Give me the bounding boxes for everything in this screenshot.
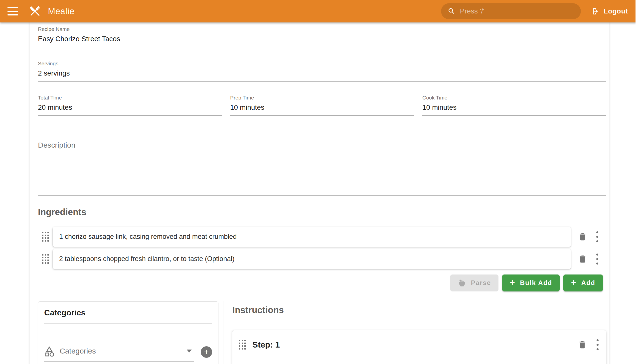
search-input[interactable]: Press '/': [441, 3, 581, 19]
cook-time-label: Cook Time: [422, 94, 606, 101]
plus-icon: +: [510, 278, 515, 287]
ingredient-row: 1 chorizo sausage link, casing removed a…: [38, 227, 606, 247]
mealie-logo-icon[interactable]: [28, 4, 43, 19]
total-time-field[interactable]: Total Time 20 minutes: [38, 94, 222, 116]
prep-time-value[interactable]: 10 minutes: [230, 103, 414, 112]
categories-select[interactable]: Categories: [44, 346, 194, 362]
step-title: Step: 1: [252, 340, 280, 350]
trash-icon: [578, 232, 587, 242]
plus-icon: +: [571, 278, 577, 287]
parse-label: Parse: [471, 279, 491, 287]
scrollbar[interactable]: [635, 0, 639, 364]
recipe-name-value[interactable]: Easy Chorizo Street Tacos: [38, 34, 606, 44]
search-placeholder: Press '/': [460, 7, 485, 15]
times-row: Total Time 20 minutes Prep Time 10 minut…: [38, 94, 606, 116]
instructions-heading: Instructions: [232, 305, 606, 316]
servings-field[interactable]: Servings 2 servings: [38, 60, 606, 82]
categories-divider: [44, 323, 212, 324]
search-icon: [448, 7, 456, 15]
prep-time-field[interactable]: Prep Time 10 minutes: [230, 94, 414, 116]
recipe-name-label: Recipe Name: [38, 26, 606, 32]
ingredient-input[interactable]: 2 tablespoons chopped fresh cilantro, or…: [53, 249, 571, 269]
servings-value[interactable]: 2 servings: [38, 69, 606, 78]
cook-time-underline: [422, 116, 606, 116]
logout-button[interactable]: Logout: [591, 7, 628, 16]
categories-select-label: Categories: [60, 347, 96, 355]
prep-time-label: Prep Time: [230, 94, 414, 101]
delete-ingredient-button[interactable]: [578, 232, 587, 242]
kebab-icon: [596, 231, 598, 242]
step-menu-button[interactable]: [596, 339, 598, 350]
total-time-underline: [38, 116, 222, 116]
ingredient-row: 2 tablespoons chopped fresh cilantro, or…: [38, 249, 606, 269]
bottom-split: Categories Categories +: [38, 302, 606, 364]
parse-button[interactable]: Parse: [450, 274, 499, 292]
categories-select-row: Categories +: [44, 346, 212, 362]
bulk-add-label: Bulk Add: [520, 279, 552, 287]
ingredients-heading: Ingredients: [38, 207, 606, 218]
drag-handle-icon[interactable]: [42, 254, 49, 264]
cook-time-value[interactable]: 10 minutes: [422, 103, 606, 112]
servings-underline: [38, 81, 606, 82]
prep-time-underline: [230, 116, 414, 116]
ingredient-menu-button[interactable]: [596, 254, 598, 264]
apple-icon: [458, 279, 466, 287]
drag-handle-icon[interactable]: [42, 232, 49, 242]
description-field[interactable]: Description: [38, 141, 606, 196]
bulk-add-button[interactable]: + Bulk Add: [502, 274, 560, 292]
ingredient-input[interactable]: 1 chorizo sausage link, casing removed a…: [53, 227, 571, 247]
shapes-icon: [44, 346, 55, 356]
categories-card: Categories Categories +: [38, 302, 219, 364]
app-title: Mealie: [48, 6, 74, 16]
description-label: Description: [38, 141, 606, 149]
ingredient-menu-button[interactable]: [596, 231, 598, 242]
categories-title: Categories: [44, 308, 212, 318]
kebab-icon: [596, 254, 598, 264]
ingredient-actions: Parse + Bulk Add + Add: [38, 274, 606, 292]
step-card: Step: 1 Combine crumbled chorizo and chi…: [232, 330, 606, 364]
kebab-icon: [596, 339, 598, 350]
add-category-button[interactable]: +: [201, 346, 212, 358]
ingredients-list: 1 chorizo sausage link, casing removed a…: [38, 227, 606, 269]
trash-icon: [578, 340, 587, 350]
logout-icon: [591, 7, 600, 16]
instructions-column: Instructions Step: 1: [224, 302, 606, 364]
total-time-label: Total Time: [38, 94, 222, 101]
recipe-name-field[interactable]: Recipe Name Easy Chorizo Street Tacos: [38, 26, 606, 47]
recipe-name-underline: [38, 47, 606, 47]
add-label: Add: [581, 279, 595, 287]
drag-handle-icon[interactable]: [239, 340, 246, 350]
description-underline: [38, 196, 606, 196]
delete-step-button[interactable]: [578, 340, 587, 350]
organizer-column: Categories Categories +: [38, 302, 224, 364]
logout-label: Logout: [604, 8, 628, 15]
cook-time-field[interactable]: Cook Time 10 minutes: [422, 94, 606, 116]
app-bar: Mealie Press '/' Logout: [0, 0, 639, 22]
trash-icon: [578, 254, 587, 264]
servings-label: Servings: [38, 60, 606, 66]
menu-icon[interactable]: [8, 7, 18, 16]
step-header: Step: 1: [239, 339, 598, 350]
recipe-editor-sheet: Recipe Name Easy Chorizo Street Tacos Se…: [30, 22, 609, 364]
description-textarea[interactable]: [38, 149, 606, 192]
total-time-value[interactable]: 20 minutes: [38, 103, 222, 112]
chevron-down-icon[interactable]: [187, 350, 192, 352]
add-button[interactable]: + Add: [563, 274, 603, 292]
delete-ingredient-button[interactable]: [578, 254, 587, 264]
